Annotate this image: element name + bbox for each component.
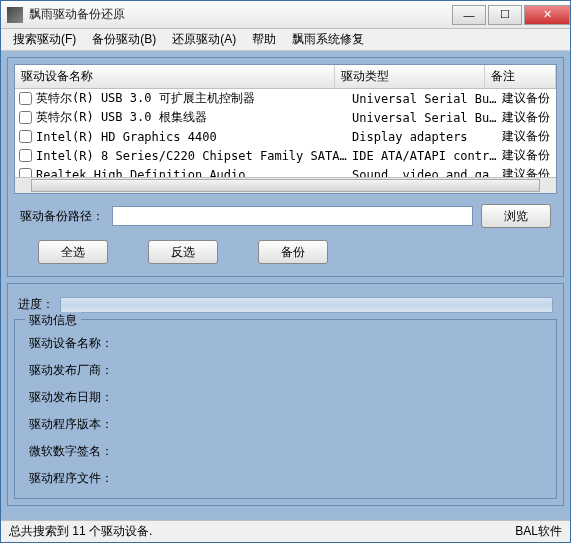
- menubar: 搜索驱动(F) 备份驱动(B) 还原驱动(A) 帮助 飘雨系统修复: [1, 29, 570, 51]
- action-buttons: 全选 反选 备份: [14, 232, 557, 270]
- row-checkbox[interactable]: [19, 92, 32, 105]
- header-type[interactable]: 驱动类型: [335, 65, 485, 88]
- status-right: BAL软件: [515, 523, 562, 540]
- select-all-button[interactable]: 全选: [38, 240, 108, 264]
- list-header: 驱动设备名称 驱动类型 备注: [15, 65, 556, 89]
- progress-label: 进度：: [18, 296, 54, 313]
- minimize-button[interactable]: —: [452, 5, 486, 25]
- titlebar: 飘雨驱动备份还原 — ☐ ✕: [1, 1, 570, 29]
- invert-selection-button[interactable]: 反选: [148, 240, 218, 264]
- cell-note: 建议备份: [502, 90, 552, 107]
- backup-path-row: 驱动备份路径： 浏览: [14, 194, 557, 232]
- cell-name: Intel(R) HD Graphics 4400: [36, 130, 352, 144]
- close-button[interactable]: ✕: [524, 5, 570, 25]
- browse-button[interactable]: 浏览: [481, 204, 551, 228]
- info-date: 驱动发布日期：: [29, 384, 542, 411]
- app-icon: [7, 7, 23, 23]
- cell-type: Display adapters: [352, 130, 502, 144]
- list-body: 英特尔(R) USB 3.0 可扩展主机控制器Universal Serial …: [15, 89, 556, 177]
- row-checkbox[interactable]: [19, 111, 32, 124]
- list-row[interactable]: Realtek High Definition AudioSound, vide…: [15, 165, 556, 177]
- cell-type: Sound, video and gam...: [352, 168, 502, 178]
- backup-path-label: 驱动备份路径：: [20, 208, 104, 225]
- window-title: 飘雨驱动备份还原: [29, 6, 450, 23]
- header-note[interactable]: 备注: [485, 65, 556, 88]
- list-row[interactable]: Intel(R) 8 Series/C220 Chipset Family SA…: [15, 146, 556, 165]
- cell-name: Intel(R) 8 Series/C220 Chipset Family SA…: [36, 149, 352, 163]
- progress-bar: [60, 297, 553, 313]
- cell-name: 英特尔(R) USB 3.0 可扩展主机控制器: [36, 90, 352, 107]
- progress-info-panel: 进度： 驱动信息 驱动设备名称： 驱动发布厂商： 驱动发布日期： 驱动程序版本：…: [7, 283, 564, 506]
- menu-search-drivers[interactable]: 搜索驱动(F): [5, 29, 84, 50]
- backup-button[interactable]: 备份: [258, 240, 328, 264]
- list-row[interactable]: Intel(R) HD Graphics 4400Display adapter…: [15, 127, 556, 146]
- menu-sysrepair[interactable]: 飘雨系统修复: [284, 29, 372, 50]
- info-vendor: 驱动发布厂商：: [29, 357, 542, 384]
- cell-name: Realtek High Definition Audio: [36, 168, 352, 178]
- cell-type: IDE ATA/ATAPI contro...: [352, 149, 502, 163]
- cell-note: 建议备份: [502, 128, 552, 145]
- info-version: 驱动程序版本：: [29, 411, 542, 438]
- driver-list: 驱动设备名称 驱动类型 备注 英特尔(R) USB 3.0 可扩展主机控制器Un…: [14, 64, 557, 194]
- driver-list-panel: 驱动设备名称 驱动类型 备注 英特尔(R) USB 3.0 可扩展主机控制器Un…: [7, 57, 564, 277]
- cell-note: 建议备份: [502, 147, 552, 164]
- list-row[interactable]: 英特尔(R) USB 3.0 根集线器Universal Serial Bus.…: [15, 108, 556, 127]
- client-area: 驱动设备名称 驱动类型 备注 英特尔(R) USB 3.0 可扩展主机控制器Un…: [1, 51, 570, 520]
- cell-name: 英特尔(R) USB 3.0 根集线器: [36, 109, 352, 126]
- cell-type: Universal Serial Bus...: [352, 92, 502, 106]
- window-controls: — ☐ ✕: [450, 5, 570, 25]
- info-file: 驱动程序文件：: [29, 465, 542, 492]
- header-name[interactable]: 驱动设备名称: [15, 65, 335, 88]
- menu-help[interactable]: 帮助: [244, 29, 284, 50]
- row-checkbox[interactable]: [19, 130, 32, 143]
- app-window: 飘雨驱动备份还原 — ☐ ✕ 搜索驱动(F) 备份驱动(B) 还原驱动(A) 帮…: [0, 0, 571, 543]
- progress-row: 进度：: [14, 290, 557, 319]
- scrollbar-thumb[interactable]: [31, 179, 540, 192]
- cell-type: Universal Serial Bus...: [352, 111, 502, 125]
- info-device-name: 驱动设备名称：: [29, 330, 542, 357]
- row-checkbox[interactable]: [19, 149, 32, 162]
- statusbar: 总共搜索到 11 个驱动设备. BAL软件: [1, 520, 570, 542]
- menu-backup-drivers[interactable]: 备份驱动(B): [84, 29, 164, 50]
- row-checkbox[interactable]: [19, 168, 32, 177]
- maximize-button[interactable]: ☐: [488, 5, 522, 25]
- menu-restore-drivers[interactable]: 还原驱动(A): [164, 29, 244, 50]
- cell-note: 建议备份: [502, 109, 552, 126]
- cell-note: 建议备份: [502, 166, 552, 177]
- driver-info-legend: 驱动信息: [25, 312, 81, 329]
- horizontal-scrollbar[interactable]: [15, 177, 556, 193]
- status-left: 总共搜索到 11 个驱动设备.: [9, 523, 152, 540]
- driver-info-fieldset: 驱动信息 驱动设备名称： 驱动发布厂商： 驱动发布日期： 驱动程序版本： 微软数…: [14, 319, 557, 499]
- backup-path-input[interactable]: [112, 206, 473, 226]
- info-signature: 微软数字签名：: [29, 438, 542, 465]
- list-row[interactable]: 英特尔(R) USB 3.0 可扩展主机控制器Universal Serial …: [15, 89, 556, 108]
